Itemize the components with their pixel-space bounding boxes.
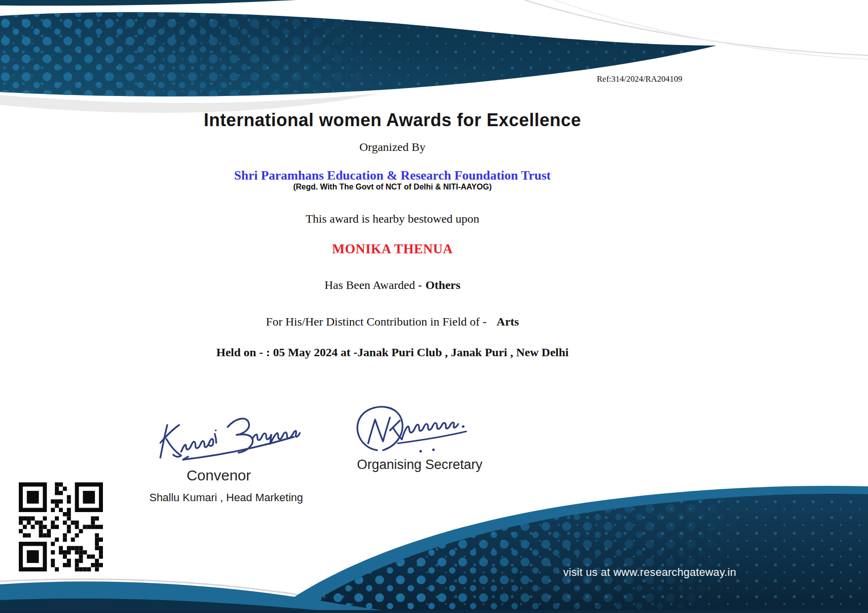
- organising-secretary-role-label: Organising Secretary: [355, 457, 484, 472]
- qr-code-icon: [19, 482, 103, 571]
- convenor-role-label: Convenor: [164, 467, 273, 484]
- convenor-signature-icon: [153, 412, 302, 466]
- awarded-label: Has Been Awarded -: [325, 279, 422, 291]
- awarded-value: Others: [426, 279, 461, 291]
- footer-website-note: visit us at www.researchgateway.in: [563, 566, 736, 579]
- organization-name: Shri Paramhans Education & Research Foun…: [0, 168, 785, 183]
- contribution-value: Arts: [496, 315, 519, 328]
- certificate-title: International women Awards for Excellenc…: [0, 110, 785, 131]
- reference-number: Ref:314/2024/RA204109: [597, 74, 682, 84]
- awarded-line: Has Been Awarded -Others: [0, 279, 785, 292]
- contribution-line: For His/Her Distinct Contribution in Fie…: [0, 315, 785, 329]
- organising-secretary-signature-icon: [346, 402, 473, 457]
- bestowed-line: This award is hearby bestowed upon: [0, 212, 785, 226]
- organized-by-label: Organized By: [0, 141, 785, 154]
- contribution-label: For His/Her Distinct Contribution in Fie…: [266, 315, 486, 328]
- certificate-page: Ref:314/2024/RA204109 International wome…: [0, 0, 868, 613]
- recipient-name: MONIKA THENUA: [0, 241, 785, 257]
- organization-registration: (Regd. With The Govt of NCT of Delhi & N…: [0, 183, 785, 191]
- convenor-signatory-name: Shallu Kumari , Head Marketing: [140, 491, 313, 504]
- bottom-wave-decoration: [0, 450, 868, 613]
- held-on-line: Held on - : 05 May 2024 at -Janak Puri C…: [0, 346, 785, 359]
